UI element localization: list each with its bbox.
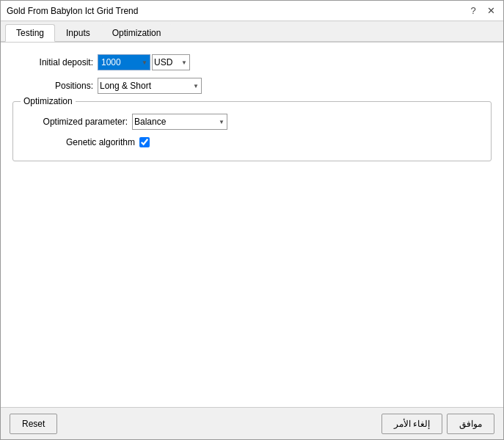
optimization-group: Optimization Optimized parameter: Balanc… [12,101,492,161]
main-window: Gold From Babylon Ict Grid Trend ? ✕ Tes… [0,0,504,440]
initial-deposit-input[interactable] [98,54,150,70]
initial-deposit-label: Initial deposit: [12,57,93,67]
footer: Reset إلغاء الأمر موافق [1,407,503,439]
positions-select[interactable]: Long & Short Long only Short only [98,78,202,94]
positions-label: Positions: [12,81,93,91]
initial-deposit-row: Initial deposit: USD EUR GBP [12,54,492,70]
close-button[interactable]: ✕ [484,4,497,18]
genetic-algorithm-checkbox[interactable] [139,137,150,147]
title-bar-controls: ? ✕ [467,4,497,18]
tab-inputs[interactable]: Inputs [55,24,101,41]
tab-optimization[interactable]: Optimization [101,24,172,41]
currency-select-wrapper: USD EUR GBP [152,54,190,70]
optimized-param-label: Optimized parameter: [25,117,128,127]
positions-select-wrapper: Long & Short Long only Short only [98,78,202,94]
help-button[interactable]: ? [467,4,480,18]
tab-testing[interactable]: Testing [5,24,55,42]
tab-bar: Testing Inputs Optimization [1,21,503,42]
optimized-param-select[interactable]: Balance Drawdown Profit Factor [132,114,227,130]
deposit-input-wrapper [98,54,150,70]
optimized-param-row: Optimized parameter: Balance Drawdown Pr… [25,114,479,130]
positions-row: Positions: Long & Short Long only Short … [12,78,492,94]
optimized-param-select-wrapper: Balance Drawdown Profit Factor [132,114,227,130]
deposit-group: USD EUR GBP [98,54,190,70]
cancel-button[interactable]: إلغاء الأمر [381,414,442,434]
window-title: Gold From Babylon Ict Grid Trend [7,6,138,16]
reset-button[interactable]: Reset [10,414,57,434]
currency-select[interactable]: USD EUR GBP [152,54,190,70]
tab-content: Initial deposit: USD EUR GBP Positions: [1,42,503,407]
genetic-algorithm-label: Genetic algorithm [25,137,135,147]
title-bar: Gold From Babylon Ict Grid Trend ? ✕ [1,1,503,21]
genetic-algorithm-row: Genetic algorithm [25,137,479,147]
ok-button[interactable]: موافق [447,414,494,434]
optimization-group-label: Optimization [21,96,76,106]
